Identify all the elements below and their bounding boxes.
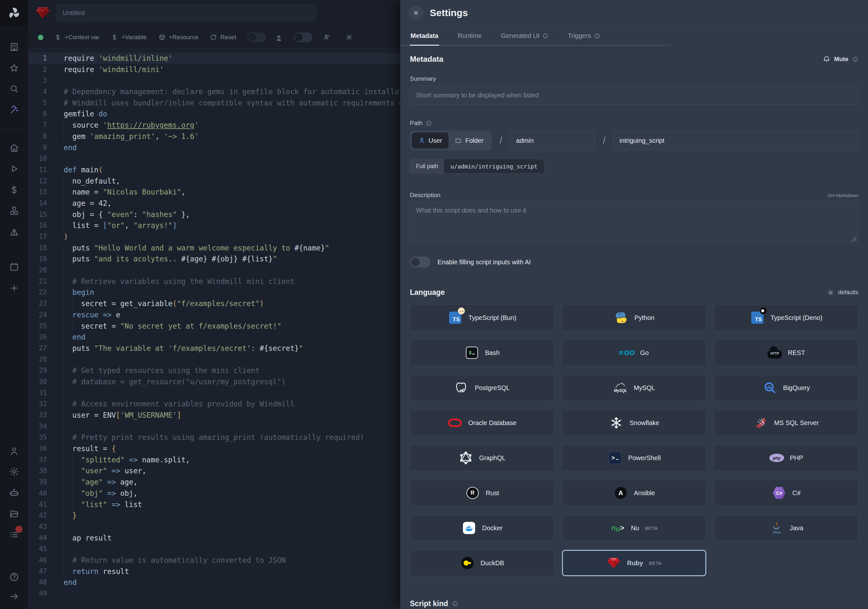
sidebar-item-search[interactable] (9, 84, 19, 94)
ai-fill-toggle[interactable] (410, 257, 431, 268)
line-number: 46 (28, 555, 47, 566)
sidebar-item-users[interactable] (9, 446, 19, 456)
language-button-snowflake[interactable]: Snowflake (562, 410, 706, 436)
language-button-bash[interactable]: $ Bash (410, 339, 554, 366)
sidebar-item-help[interactable] (9, 572, 19, 582)
owner-kind-user[interactable]: User (412, 132, 448, 149)
plus-icon (9, 283, 19, 293)
sidebar-item-collapse[interactable] (9, 591, 19, 601)
line-number: 35 (28, 432, 47, 443)
sidebar-item-triggers[interactable] (9, 227, 19, 238)
sidebar-item-workspace[interactable] (9, 42, 19, 52)
language-button-duckdb[interactable]: DuckDB (410, 550, 554, 576)
sidebar-item-resources[interactable] (9, 206, 19, 216)
language-button-bigquery[interactable]: BigQuery (714, 375, 858, 401)
close-button[interactable] (409, 5, 423, 20)
mute-info-icon[interactable] (852, 56, 858, 62)
language-label: PowerShell (628, 454, 661, 462)
language-button-docker[interactable]: Docker (410, 515, 554, 541)
editor-settings-gear-icon[interactable] (345, 33, 353, 41)
diff-toggle[interactable] (247, 33, 266, 42)
language-label: DuckDB (480, 559, 504, 567)
language-button-python[interactable]: Python (562, 305, 706, 331)
full-path-chip: Full path u/admin/intriguing_script (410, 159, 544, 174)
path-info-icon[interactable] (426, 120, 432, 126)
owner-kind-folder[interactable]: Folder (448, 132, 490, 149)
language-label: PostgreSQL (475, 384, 510, 392)
language-button-nu[interactable]: nu> NuBETA (562, 515, 706, 541)
language-button-ansible[interactable]: A Ansible (562, 480, 706, 506)
language-button-rust[interactable]: R Rust (410, 480, 554, 506)
owner-kind-folder-label: Folder (465, 137, 484, 144)
language-button-oracle[interactable]: Oracle Database (410, 410, 554, 436)
info-icon (542, 33, 549, 39)
language-button-graphql[interactable]: GraphQL (410, 445, 554, 471)
line-number: 12 (28, 175, 47, 187)
language-button-mysql[interactable]: MySQL MySQL (562, 375, 706, 401)
script-title-input[interactable] (56, 4, 316, 22)
language-label: Java (790, 524, 803, 532)
multiplayer-toggle[interactable] (294, 33, 313, 42)
language-label: BigQuery (783, 384, 810, 392)
help-icon (9, 572, 19, 582)
calendar-icon (9, 262, 19, 272)
sidebar-item-logs[interactable] (9, 530, 19, 540)
duckdb-icon (461, 557, 474, 569)
settings-header: Settings (400, 0, 868, 26)
beta-badge: BETA (649, 561, 662, 566)
path-owner-input[interactable] (510, 131, 595, 150)
home-icon (9, 143, 19, 153)
sidebar-item-schedules[interactable] (9, 262, 19, 272)
python-icon (615, 311, 628, 324)
toolbar-variable-button[interactable]: +Variable (111, 34, 147, 41)
people-icon[interactable] (323, 33, 331, 41)
sidebar-item-add[interactable] (9, 283, 19, 293)
language-button-php[interactable]: php PHP (714, 445, 858, 471)
script-kind-info-icon[interactable] (452, 601, 458, 607)
language-section-title: Language (410, 288, 445, 297)
sidebar-item-settings[interactable] (9, 466, 19, 477)
language-button-csharp[interactable]: C# C# (714, 480, 858, 506)
tab-triggers[interactable]: Triggers (567, 26, 601, 46)
language-button-bun[interactable]: TS TypeScript (Bun) (410, 305, 554, 331)
tab-runtime[interactable]: Runtime (457, 26, 482, 46)
sidebar-item-variables[interactable] (9, 185, 19, 195)
tab-label: Runtime (458, 32, 482, 40)
language-button-rest[interactable]: HTTP REST (714, 339, 858, 366)
language-button-deno[interactable]: TS TypeScript (Deno) (714, 305, 858, 331)
mute-control[interactable]: Mute (823, 55, 858, 63)
sidebar-item-workers[interactable] (9, 488, 19, 498)
tab-generated-ui[interactable]: Generated UI (500, 26, 549, 46)
language-button-powershell[interactable]: > PowerShell (562, 445, 706, 471)
language-button-mssql[interactable]: MS SQL Server (714, 410, 858, 436)
toolbar-reset-button[interactable]: Reset (210, 34, 236, 41)
language-label: REST (788, 349, 805, 356)
toolbar-label: +Resource (169, 34, 198, 41)
path-name-input[interactable] (614, 131, 858, 150)
windmill-logo[interactable] (0, 0, 28, 27)
sidebar-item-favorites[interactable] (9, 63, 19, 73)
sidebar-item-home[interactable] (9, 143, 19, 153)
language-button-ruby[interactable]: RubyBETA (562, 550, 706, 576)
sidebar-item-runs[interactable] (9, 164, 19, 174)
sidebar-item-ai-wand[interactable] (9, 104, 19, 115)
language-button-java[interactable]: Java Java (714, 515, 858, 541)
tab-metadata[interactable]: Metadata (410, 26, 439, 46)
language-button-postgresql[interactable]: PostgreSQL (410, 375, 554, 401)
language-label: Ruby (627, 559, 643, 567)
folder-open-icon (9, 509, 19, 519)
language-button-go[interactable]: GO Go (562, 339, 706, 366)
line-number: 39 (28, 477, 47, 488)
tab-label: Triggers (568, 32, 591, 40)
toolbar-contextvar-button[interactable]: +Context var (54, 34, 99, 41)
language-defaults-button[interactable]: defaults (827, 289, 858, 296)
summary-input[interactable] (410, 85, 858, 105)
sidebar-item-folders[interactable] (9, 509, 19, 519)
toolbar-resource-button[interactable]: +Resource (158, 34, 198, 41)
description-textarea[interactable] (410, 201, 858, 242)
star-icon (9, 63, 19, 73)
line-number: 42 (28, 510, 47, 521)
language-label: Go (640, 349, 649, 356)
script-kind-title: Script kind (410, 599, 448, 608)
ai-fill-toggle-label: Enable filling script inputs with AI (437, 259, 531, 266)
